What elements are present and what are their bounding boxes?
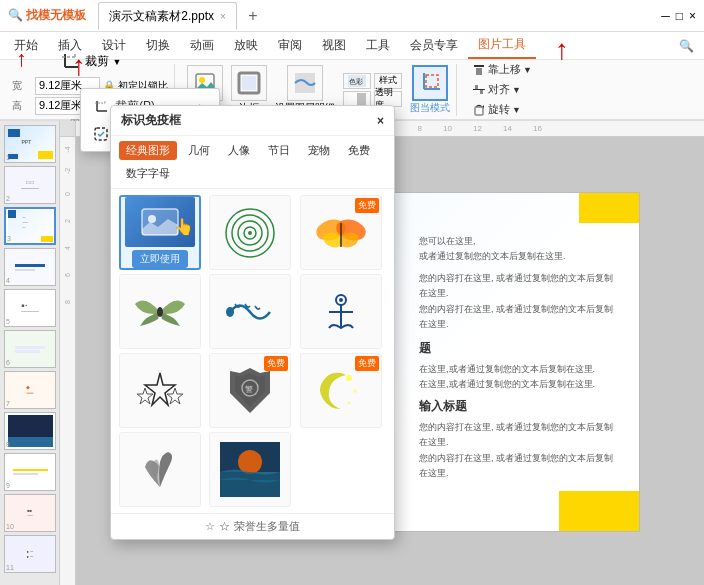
- svg-point-33: [148, 215, 156, 223]
- align-top-label: 靠上移: [488, 62, 521, 77]
- adjust-icon: [287, 65, 323, 101]
- svg-text:警: 警: [245, 385, 253, 394]
- image-tab-pet[interactable]: 宠物: [301, 141, 337, 160]
- image-cell-5[interactable]: [300, 274, 382, 349]
- slide-thumb-2[interactable]: □ □───── 2: [4, 166, 56, 204]
- use-now-button[interactable]: 立即使用: [132, 250, 188, 268]
- image-cell-3[interactable]: [119, 274, 201, 349]
- slide-text-line-3: 您的内容打在这里, 或者通过复制您的文本后复制在这里.: [419, 273, 613, 299]
- slide-thumb-3[interactable]: ──── 3: [4, 207, 56, 245]
- image-cell-1[interactable]: [209, 195, 291, 270]
- svg-point-38: [248, 231, 252, 235]
- crop2-icon: [412, 65, 448, 101]
- arrange-btns: 靠上移▼ 对齐▼ 旋转▼: [469, 61, 535, 118]
- image-tab-person[interactable]: 人像: [221, 141, 257, 160]
- svg-rect-11: [348, 93, 357, 105]
- align-label: 对齐: [488, 82, 510, 97]
- close-icon[interactable]: ×: [689, 9, 696, 23]
- ribbon-tab-animation[interactable]: 动画: [180, 33, 224, 58]
- svg-rect-17: [476, 68, 482, 75]
- slide-thumb-6[interactable]: 6: [4, 330, 56, 368]
- crop-button[interactable]: 裁剪 ▼: [55, 49, 126, 75]
- ribbon-tab-view[interactable]: 视图: [312, 33, 356, 58]
- slide-text-block-1: 您可以在这里, 或者通过复制您的文本后复制在这里.: [419, 233, 619, 264]
- image-cell-8[interactable]: 免费: [300, 353, 382, 428]
- top-bar-left: 🔍 找模无模板 演示文稿素材2.pptx × +: [8, 2, 657, 29]
- svg-rect-18: [473, 89, 485, 90]
- rotate-btn[interactable]: 旋转▼: [469, 101, 535, 118]
- image-panel-footer[interactable]: ☆ ☆ 荣誉生多量值: [111, 513, 394, 539]
- ruler-vertical: -4 -2 0 2 4 6 8: [60, 137, 76, 585]
- slide-text-line-1: 您可以在这里,: [419, 236, 476, 246]
- slide-thumb-1[interactable]: PPT 1: [4, 125, 56, 163]
- align-btn[interactable]: 对齐▼: [469, 81, 535, 98]
- active-tab[interactable]: 演示文稿素材2.pptx ×: [98, 2, 237, 30]
- minimize-icon[interactable]: ─: [661, 9, 670, 23]
- ribbon-tab-transition[interactable]: 切换: [136, 33, 180, 58]
- slide-text-area: 您可以在这里, 或者通过复制您的文本后复制在这里. 您的内容打在这里, 或者通过…: [419, 233, 619, 481]
- red-arrow-crop: ↑: [16, 46, 27, 72]
- ribbon-tab-tools[interactable]: 工具: [356, 33, 400, 58]
- tab-close-icon[interactable]: ×: [220, 11, 226, 22]
- slide-thumb-10[interactable]: ■■── 10: [4, 494, 56, 532]
- image-cell-2[interactable]: 免费: [300, 195, 382, 270]
- slide-thumb-5[interactable]: ■ ▪───── 5: [4, 289, 56, 327]
- svg-rect-62: [220, 472, 280, 497]
- image-panel: 标识免疫框 × 经典图形 几何 人像 节日 宠物 免费 数字字母 立即使用 👆 …: [110, 105, 395, 540]
- new-tab-button[interactable]: +: [241, 4, 265, 28]
- ribbon-tab-slideshow[interactable]: 放映: [224, 33, 268, 58]
- slide-thumb-7[interactable]: ◆══ 7: [4, 371, 56, 409]
- slide-thumb-8[interactable]: 8: [4, 412, 56, 450]
- slide-thumb-4[interactable]: 4: [4, 248, 56, 286]
- slide-thumb-9[interactable]: 9: [4, 453, 56, 491]
- slide-deco-bottomright: [559, 491, 639, 531]
- image-cell-7[interactable]: 免费 警: [209, 353, 291, 428]
- ribbon-tab-vip[interactable]: 会员专享: [400, 33, 468, 58]
- image-tab-free[interactable]: 免费: [341, 141, 377, 160]
- ribbon-group-arrange: 靠上移▼ 对齐▼ 旋转▼: [463, 64, 541, 116]
- svg-rect-16: [474, 65, 484, 67]
- image-cell-0[interactable]: 立即使用 👆: [119, 195, 201, 270]
- slide-detail-2: 在这里,或者通过复制您的文本后复制在这里.: [419, 379, 595, 389]
- image-tab-numbers[interactable]: 数字字母: [119, 164, 177, 183]
- image-cell-9[interactable]: [119, 432, 201, 507]
- tab-label: 演示文稿素材2.pptx: [109, 8, 214, 25]
- slide-num-3: 3: [7, 235, 11, 242]
- image-cell-4[interactable]: [209, 274, 291, 349]
- crop-dropdown-arrow[interactable]: ▼: [113, 57, 122, 67]
- height-label: 高: [12, 99, 32, 113]
- image-tab-classic[interactable]: 经典图形: [119, 141, 177, 160]
- slide-num-5: 5: [6, 318, 10, 325]
- slide-thumb-11[interactable]: ▸ ─▸ ─ 11: [4, 535, 56, 573]
- ribbon-tab-picture-tools[interactable]: 图片工具: [468, 32, 536, 59]
- search-button[interactable]: 🔍: [673, 37, 700, 55]
- image-tab-festival[interactable]: 节日: [261, 141, 297, 160]
- crop2-btn[interactable]: 图当模式: [410, 65, 450, 115]
- crop-menu-icon: [93, 99, 109, 115]
- footer-star-icon: ☆: [205, 520, 215, 533]
- crop-icon: [59, 51, 81, 73]
- slide-text-block-2: 您的内容打在这里, 或者通过复制您的文本后复制在这里. 您的内容打在这里, 或者…: [419, 270, 619, 332]
- color-shape-btn[interactable]: 色彩: [343, 73, 371, 89]
- rotate-label: 旋转: [488, 102, 510, 117]
- image-cell-10[interactable]: [209, 432, 291, 507]
- slide-subtitle-text: 您的内容打在这里, 或者通过复制您的文本后复制在这里. 您的内容打在这里, 或者…: [419, 419, 619, 481]
- slide-subtitle-title: 输入标题: [419, 399, 467, 413]
- image-panel-title: 标识免疫框: [121, 112, 181, 129]
- image-tab-geometry[interactable]: 几何: [181, 141, 217, 160]
- slide-num-2: 2: [6, 195, 10, 202]
- image-panel-close[interactable]: ×: [377, 114, 384, 128]
- image-panel-header: 标识免疫框 ×: [111, 106, 394, 136]
- image-panel-tabs: 经典图形 几何 人像 节日 宠物 免费 数字字母: [111, 136, 394, 189]
- image-cell-6[interactable]: [119, 353, 201, 428]
- footer-label: ☆ 荣誉生多量值: [219, 519, 299, 534]
- maximize-icon[interactable]: □: [676, 9, 683, 23]
- ribbon-tab-review[interactable]: 审阅: [268, 33, 312, 58]
- slide-subtitle-block: 输入标题: [419, 398, 619, 415]
- svg-rect-15: [426, 75, 438, 87]
- slide-num-7: 7: [6, 400, 10, 407]
- slide-detail-block: 在这里,或者通过复制您的文本后复制在这里. 在这里,或者通过复制您的文本后复制在…: [419, 361, 619, 392]
- slide-num-10: 10: [6, 523, 14, 530]
- svg-rect-12: [357, 93, 366, 105]
- align-top-btn[interactable]: 靠上移▼: [469, 61, 535, 78]
